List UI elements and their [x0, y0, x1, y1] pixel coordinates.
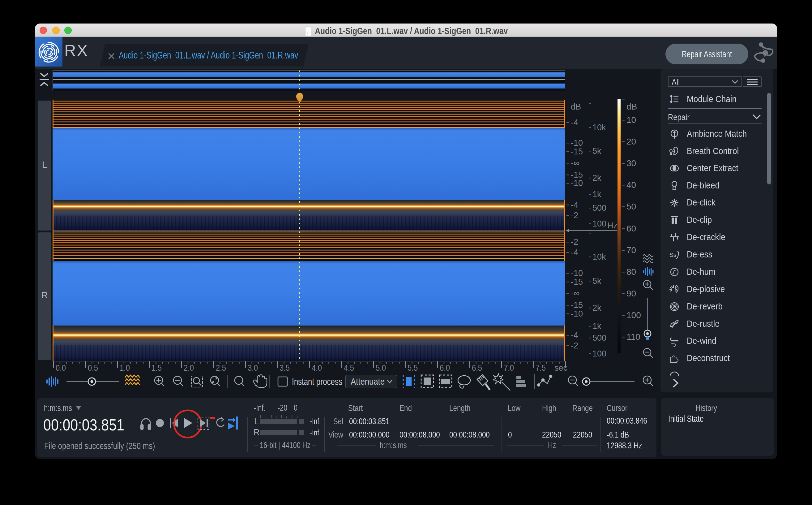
svg-text:dB: dB — [626, 102, 637, 112]
svg-text:2k: 2k — [592, 303, 601, 313]
svg-text:-4: -4 — [571, 200, 578, 209]
svg-text:5k: 5k — [592, 276, 601, 286]
svg-text:sec: sec — [554, 363, 567, 372]
svg-text:-10: -10 — [571, 269, 583, 278]
svg-text:-15: -15 — [571, 277, 583, 287]
svg-text:♪: ♪ — [306, 31, 308, 36]
svg-text:2.0: 2.0 — [184, 363, 194, 372]
svg-text:6.0: 6.0 — [440, 363, 450, 372]
svg-text:2.5: 2.5 — [216, 363, 226, 372]
svg-text:500: 500 — [592, 203, 606, 212]
svg-text:40: 40 — [626, 180, 636, 190]
svg-text:100: 100 — [592, 219, 606, 228]
svg-text:-∞: -∞ — [571, 158, 579, 168]
svg-text:Hz: Hz — [607, 221, 617, 230]
svg-text:-2: -2 — [571, 341, 578, 350]
svg-text:110: 110 — [626, 332, 640, 342]
svg-text:L: L — [254, 417, 259, 426]
svg-text:1.0: 1.0 — [120, 363, 130, 372]
svg-text:5.5: 5.5 — [408, 363, 418, 372]
svg-text:4.5: 4.5 — [344, 363, 354, 372]
svg-text:500: 500 — [592, 333, 606, 343]
svg-text:80: 80 — [626, 267, 636, 277]
svg-text:30: 30 — [626, 158, 636, 168]
svg-text:5k: 5k — [592, 146, 601, 156]
svg-text:-15: -15 — [571, 301, 583, 310]
svg-text:50: 50 — [626, 202, 636, 211]
svg-text:7.0: 7.0 — [504, 363, 514, 372]
svg-text:7.5: 7.5 — [536, 363, 546, 372]
svg-text:-10: -10 — [571, 138, 583, 148]
svg-text:Ss: Ss — [669, 251, 676, 258]
svg-text:-∞: -∞ — [571, 289, 579, 298]
svg-text:3.0: 3.0 — [248, 363, 258, 372]
svg-text:0.5: 0.5 — [88, 363, 98, 372]
svg-text:R: R — [254, 428, 260, 437]
svg-text:4.0: 4.0 — [312, 363, 322, 372]
svg-text:1k: 1k — [592, 322, 601, 331]
svg-text:100: 100 — [592, 349, 606, 358]
svg-text:10k: 10k — [592, 252, 606, 262]
svg-text:-10: -10 — [571, 309, 583, 318]
svg-text:dB: dB — [571, 102, 581, 112]
svg-text:70: 70 — [626, 245, 636, 255]
svg-text:Instant process: Instant process — [292, 376, 342, 387]
svg-text:10: 10 — [626, 115, 636, 125]
svg-text:-4: -4 — [571, 330, 578, 340]
svg-text:20: 20 — [626, 137, 636, 146]
svg-text:-4: -4 — [571, 118, 578, 127]
svg-text:-2: -2 — [571, 211, 578, 220]
svg-text:0.0: 0.0 — [56, 363, 66, 372]
svg-text:-15: -15 — [571, 147, 583, 156]
svg-text:-4: -4 — [571, 248, 578, 257]
svg-text:1.5: 1.5 — [152, 363, 162, 372]
svg-text:10k: 10k — [592, 123, 606, 132]
svg-text:60: 60 — [626, 224, 636, 233]
svg-text:5.0: 5.0 — [376, 363, 386, 372]
svg-text:Attenuate: Attenuate — [351, 376, 385, 386]
svg-text:-15: -15 — [571, 170, 583, 179]
svg-text:1k: 1k — [592, 190, 601, 199]
svg-text:-10: -10 — [571, 179, 583, 188]
svg-text:3.5: 3.5 — [280, 363, 290, 372]
svg-text:90: 90 — [626, 289, 636, 298]
svg-text:2k: 2k — [592, 173, 601, 183]
svg-text:-2: -2 — [571, 237, 578, 246]
svg-text:6.5: 6.5 — [472, 363, 482, 372]
svg-text:100: 100 — [626, 310, 641, 320]
